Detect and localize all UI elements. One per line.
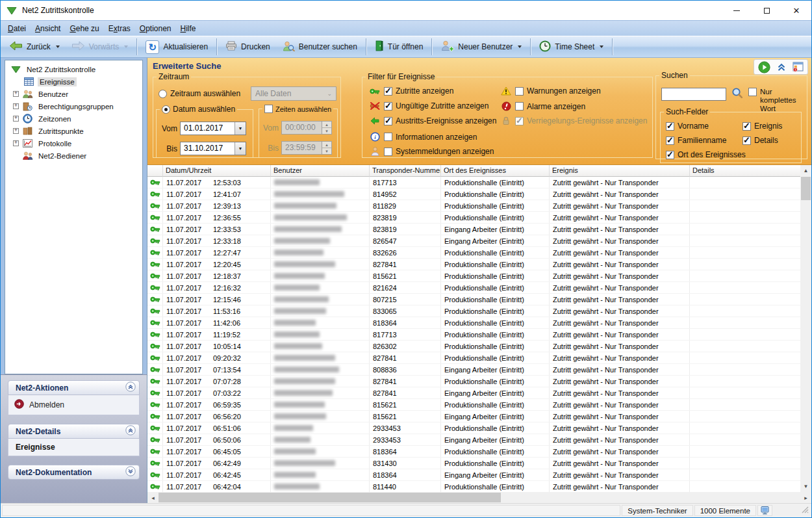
table-row[interactable]: 11.07.201706:42:49 831430 Produktionshal… — [147, 458, 800, 469]
scroll-right-icon[interactable]: ▸ — [800, 492, 811, 503]
time-sheet-button[interactable]: Time Sheet — [533, 38, 609, 56]
date-range-dropdown[interactable]: Alle Daten⌄ — [251, 86, 336, 101]
tree-item-benutzer[interactable]: + Benutzer — [6, 88, 141, 100]
new-user-button[interactable]: Neuer Benutzer — [435, 38, 527, 55]
open-door-button[interactable]: Tür öffnen — [369, 38, 429, 55]
tree-root[interactable]: Net2 Zutrittskontrolle — [6, 63, 141, 75]
header-details[interactable]: Details — [690, 165, 811, 177]
table-row[interactable]: 11.07.201712:27:47 832626 Produktionshal… — [147, 247, 800, 259]
scroll-left-icon[interactable]: ◂ — [147, 492, 159, 503]
table-row[interactable]: 11.07.201706:51:06 2933453 Produktionsha… — [147, 422, 800, 434]
field-familienname[interactable]: Familienname — [666, 136, 726, 145]
checkbox-zeiten-auswaehlen[interactable] — [264, 105, 273, 113]
date-from-picker[interactable]: 01.01.2017▼ — [180, 122, 246, 135]
vertical-scrollbar[interactable]: ▲ ▼ — [800, 165, 811, 492]
table-row[interactable]: 11.07.201711:42:06 818364 Produktionshal… — [147, 317, 800, 329]
logout-button[interactable]: Abmelden — [14, 399, 133, 411]
header-datum[interactable]: Datum/Uhrzeit — [163, 165, 271, 177]
radio-zeitraum-auswaehlen[interactable]: Zeitraum auswählen — [159, 89, 240, 98]
table-row[interactable]: 11.07.201712:33:53 823819 Eingang Arbeit… — [147, 224, 800, 235]
filter-alarme[interactable]: Alarme anzeigen — [500, 101, 585, 111]
resize-grip[interactable] — [801, 506, 809, 515]
field-ereignis[interactable]: Ereignis — [742, 122, 782, 131]
filter-ungueltige-zutritte[interactable]: Ungültige Zutritte anzeigen — [369, 101, 488, 110]
horizontal-scroll-thumb[interactable] — [159, 493, 501, 502]
table-row[interactable]: 11.07.201712:16:32 821624 Produktionshal… — [147, 282, 800, 294]
refresh-button[interactable]: ↻ Aktualisieren — [140, 38, 214, 56]
table-row[interactable]: 11.07.201707:07:28 827841 Produktionshal… — [147, 376, 800, 387]
menu-gehe-zu[interactable]: Gehe zu — [65, 22, 103, 35]
table-row[interactable]: 11.07.201706:50:06 2933453 Eingang Arbei… — [147, 434, 800, 446]
header-benutzer[interactable]: Benutzer — [271, 165, 370, 177]
menu-hilfe[interactable]: Hilfe — [176, 22, 201, 35]
back-button[interactable]: Zurück — [3, 39, 66, 55]
date-to-picker[interactable]: 31.10.2017▼ — [180, 142, 246, 155]
table-row[interactable]: 11.07.201712:18:37 815621 Produktionshal… — [147, 270, 800, 282]
expand-icon[interactable]: + — [13, 140, 19, 146]
radio-datum-auswaehlen[interactable] — [162, 105, 170, 114]
table-row[interactable]: 11.07.201706:56:20 815621 Eingang Arbeit… — [147, 411, 800, 422]
tree-item-berechtigungsgruppen[interactable]: + Berechtigungsgruppen — [6, 100, 141, 112]
time-from-spinner[interactable]: 00:00:00▲▼ — [281, 121, 332, 135]
panel-net2-dokumentation-header[interactable]: Net2-Dokumentation — [8, 465, 140, 480]
table-row[interactable]: 11.07.201706:59:35 815621 Produktionshal… — [147, 399, 800, 411]
table-row[interactable]: 11.07.201706:45:05 818364 Produktionshal… — [147, 446, 800, 458]
table-row[interactable]: 11.07.201706:42:04 811440 Produktionshal… — [147, 481, 800, 492]
search-input[interactable] — [661, 88, 726, 101]
menu-optionen[interactable]: Optionen — [135, 22, 176, 35]
minimize-button[interactable] — [722, 1, 752, 20]
vertical-scroll-thumb[interactable] — [801, 177, 811, 200]
scroll-down-icon[interactable]: ▼ — [800, 481, 811, 492]
panel-net2-details-header[interactable]: Net2-Details — [8, 424, 140, 439]
forward-button[interactable]: Vorwärts — [66, 39, 134, 55]
field-ort-des-ereignisses[interactable]: Ort des Ereignisses — [666, 150, 746, 159]
tree-item-zutrittspunkte[interactable]: + Zutrittspunkte — [6, 125, 141, 137]
tree-item-zeitzonen[interactable]: + Zeitzonen — [6, 112, 141, 125]
horizontal-scrollbar[interactable]: ◂ ▸ — [147, 492, 811, 503]
table-row[interactable]: 11.07.201711:53:16 833065 Produktionshal… — [147, 305, 800, 317]
expand-icon[interactable]: + — [13, 91, 19, 97]
filter-austritts-ereignisse[interactable]: Austritts-Ereignisse anzeigen — [369, 116, 496, 125]
header-ort[interactable]: Ort des Ereignisses — [441, 165, 550, 177]
header-icon-col[interactable] — [147, 165, 163, 177]
find-user-button[interactable]: Benutzer suchen — [276, 39, 363, 55]
table-row[interactable]: 11.07.201712:36:55 823819 Produktionshal… — [147, 212, 800, 224]
table-row[interactable]: 11.07.201706:42:45 818364 Eingang Arbeit… — [147, 469, 800, 481]
magnifier-icon[interactable] — [731, 87, 743, 101]
filter-zutritte[interactable]: Zutritte anzeigen — [369, 86, 453, 96]
tree-item-net2-bediener[interactable]: Net2-Bediener — [6, 149, 141, 162]
tree-item-protokolle[interactable]: + Protokolle — [6, 137, 141, 149]
field-details[interactable]: Details — [742, 136, 778, 145]
table-row[interactable]: 11.07.201709:20:32 827841 Produktionshal… — [147, 352, 800, 364]
filter-systemmeldungen[interactable]: Systemmeldungen anzeigen — [369, 147, 494, 156]
close-button[interactable]: ✕ — [781, 1, 811, 20]
filter-warnungen[interactable]: Warnungen anzeigen — [500, 86, 601, 96]
filter-verriegelungs-ereignisse[interactable]: Verriegelungs-Ereignisse anzeigen — [500, 116, 647, 125]
table-row[interactable]: 11.07.201712:53:03 817713 Produktionshal… — [147, 177, 800, 188]
table-row[interactable]: 11.07.201710:05:14 826302 Produktionshal… — [147, 341, 800, 352]
expand-icon[interactable]: + — [13, 116, 19, 122]
menu-ansicht[interactable]: Ansicht — [31, 22, 65, 35]
table-row[interactable]: 11.07.201712:39:13 811829 Produktionshal… — [147, 200, 800, 212]
table-row[interactable]: 11.07.201707:13:54 808836 Eingang Arbeit… — [147, 364, 800, 376]
expand-icon[interactable]: + — [13, 103, 19, 109]
table-row[interactable]: 11.07.201712:41:07 814952 Produktionshal… — [147, 188, 800, 200]
menu-datei[interactable]: Datei — [3, 22, 31, 35]
expand-chevron-icon[interactable] — [125, 466, 136, 478]
field-vorname[interactable]: Vorname — [666, 122, 709, 131]
table-row[interactable]: 11.07.201712:15:46 807215 Produktionshal… — [147, 294, 800, 305]
menu-extras[interactable]: Extras — [104, 22, 135, 35]
header-ereignis[interactable]: Ereignis — [550, 165, 690, 177]
print-button[interactable]: Drucken — [220, 39, 276, 55]
maximize-button[interactable] — [752, 1, 781, 20]
collapse-chevron-icon[interactable] — [125, 425, 136, 437]
panel-net2-aktionen-header[interactable]: Net2-Aktionen — [8, 380, 140, 395]
expand-icon[interactable]: + — [13, 128, 19, 134]
collapse-chevron-icon[interactable] — [125, 382, 136, 394]
time-to-spinner[interactable]: 23:59:59▲▼ — [281, 141, 332, 155]
header-transponder[interactable]: Transponder-Nummer — [370, 165, 441, 177]
filter-informationen[interactable]: i Informationen anzeigen — [369, 132, 477, 142]
table-row[interactable]: 11.07.201712:33:18 826547 Eingang Arbeit… — [147, 235, 800, 247]
scroll-up-icon[interactable]: ▲ — [800, 165, 811, 176]
table-row[interactable]: 11.07.201711:19:52 817713 Produktionshal… — [147, 329, 800, 341]
